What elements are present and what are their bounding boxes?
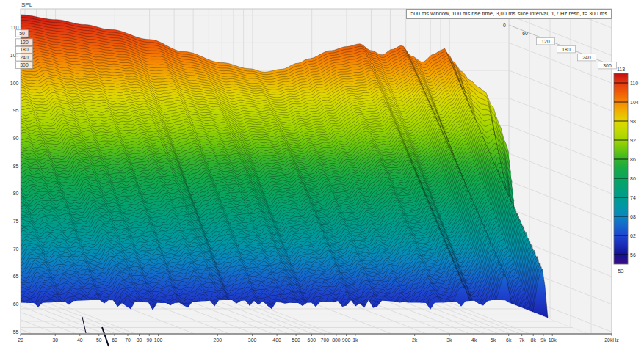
- colorbar-tick-label: 68: [630, 214, 636, 219]
- freq-tick-label: 8k: [531, 337, 537, 343]
- freq-tick-label: 600: [308, 337, 316, 343]
- freq-tick-label: 30: [52, 337, 58, 343]
- measurement-settings-box: 500 ms window, 100 ms rise time, 3,00 ms…: [406, 9, 612, 19]
- colorbar-tick-label: 86: [630, 157, 636, 162]
- spl-tick-label: 65: [13, 274, 19, 279]
- spl-tick-label: 90: [13, 136, 19, 141]
- spl-tick-label: 110: [10, 25, 18, 30]
- time-ruler-label: 0: [503, 23, 506, 28]
- freq-tick-label: 70: [125, 337, 131, 343]
- freq-tick-label: 10k: [549, 337, 557, 343]
- spl-tick-label: 100: [10, 81, 19, 86]
- freq-tick-label: 3k: [446, 337, 452, 343]
- freq-tick-label: 400: [272, 337, 281, 343]
- time-ruler-label: 180: [562, 47, 571, 52]
- freq-tick-label: 700: [321, 337, 330, 343]
- spl-tick-label: 75: [13, 219, 19, 224]
- freq-tick-label: 80: [137, 337, 142, 343]
- freq-tick-label: 9k: [540, 337, 546, 343]
- spl-tick-label: 85: [13, 164, 19, 169]
- spl-tick-label: 70: [13, 246, 19, 252]
- colorbar-tick-label: 56: [630, 252, 636, 257]
- freq-tick-label: 4k: [471, 337, 477, 343]
- freq-tick-label: 1k: [352, 337, 358, 343]
- freq-tick-label: 200: [214, 337, 222, 343]
- waterfall-chart: 2030405060708090100200300400500600700800…: [0, 0, 644, 347]
- freq-tick-label: 300: [248, 337, 257, 343]
- freq-tick-label: 60: [112, 337, 117, 343]
- spl-tick-label: 60: [13, 302, 19, 307]
- freq-tick-label: 40: [77, 337, 83, 343]
- time-ruler-label: 300: [20, 62, 29, 67]
- colorbar-tick-label: 74: [630, 195, 636, 200]
- floor-plane: [21, 300, 588, 334]
- colorbar-bottom-label: 53: [618, 269, 624, 274]
- colorbar-tick-label: 104: [630, 100, 639, 105]
- freq-tick-label: 2k: [412, 337, 418, 343]
- colorbar-tick-label: 62: [630, 233, 636, 238]
- freq-tick-label: 5k: [491, 337, 496, 343]
- colorbar-top-label: 113: [617, 67, 625, 72]
- colorbar-tick-label: 98: [630, 119, 636, 124]
- freq-tick-label: 6k: [506, 337, 512, 343]
- time-ruler-label: 240: [582, 55, 591, 60]
- time-ruler-label: 240: [20, 55, 29, 60]
- spl-axis-title: SPL: [21, 1, 32, 8]
- freq-tick-label: 90: [146, 337, 152, 343]
- colorbar-tick-label: 80: [630, 176, 636, 181]
- time-ruler-label: 120: [541, 39, 550, 44]
- colorbar-tick-label: 110: [630, 81, 638, 86]
- freq-tick-label: 800: [332, 337, 341, 343]
- time-ruler-label: 300: [603, 63, 612, 68]
- time-ruler-label: 60: [522, 31, 528, 36]
- time-ruler-label: 50: [19, 31, 25, 36]
- colorbar-tick-label: 92: [630, 138, 636, 143]
- time-ruler-label: 120: [20, 40, 29, 45]
- waterfall-chart-view: 2030405060708090100200300400500600700800…: [0, 0, 644, 347]
- freq-tick-label: 7k: [519, 337, 525, 343]
- freq-tick-label: 100: [154, 337, 163, 343]
- spl-tick-label: 55: [13, 329, 19, 335]
- spl-tick-label: 80: [13, 191, 19, 196]
- spl-tick-label: 95: [13, 108, 19, 113]
- freq-tick-label: 20kHz: [604, 337, 619, 343]
- freq-tick-label: 50: [96, 337, 102, 343]
- freq-tick-label: 20: [18, 337, 23, 343]
- freq-tick-label: 900: [342, 337, 351, 343]
- time-ruler-label: 180: [20, 47, 29, 52]
- freq-tick-label: 500: [292, 337, 300, 343]
